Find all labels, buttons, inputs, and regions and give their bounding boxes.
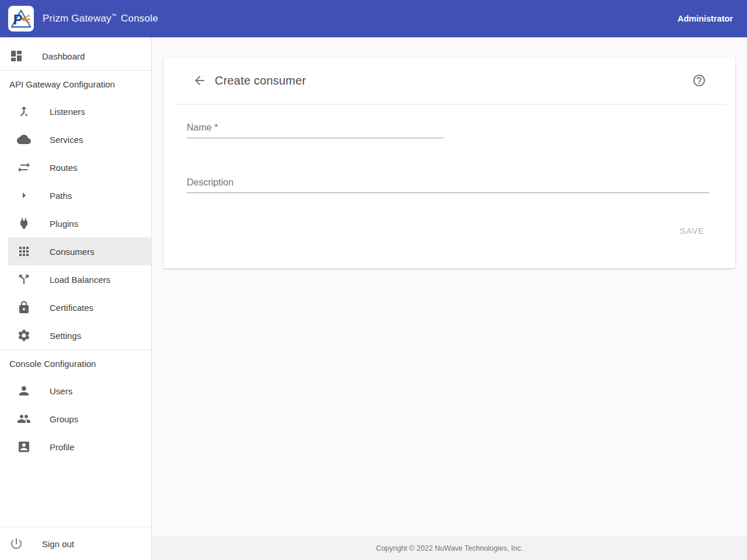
sidebar-item-label: Consumers (50, 247, 95, 257)
page-title: Create consumer (215, 74, 306, 88)
consumer-form (163, 104, 735, 193)
sidebar-item-consumers[interactable]: Consumers (8, 237, 151, 265)
name-input[interactable] (187, 121, 444, 138)
sidebar-item-label: Services (50, 135, 83, 145)
sidebar-item-label: Load Balancers (50, 275, 110, 285)
plug-icon (17, 216, 31, 230)
sidebar: Dashboard API Gateway Configuration List… (0, 37, 152, 560)
power-icon (9, 537, 23, 551)
copyright-text: Copyright © 2022 NuWave Technologies, In… (376, 544, 523, 552)
section-api-gateway-configuration: API Gateway Configuration (0, 71, 151, 97)
sidebar-item-label: Certificates (50, 303, 93, 313)
current-user-menu[interactable]: Administrator (678, 14, 733, 23)
sidebar-item-profile[interactable]: Profile (0, 433, 151, 461)
sidebar-item-services[interactable]: Services (0, 125, 151, 153)
section-console-configuration: Console Configuration (0, 350, 151, 377)
svg-text:P: P (13, 12, 23, 27)
sidebar-item-dashboard[interactable]: Dashboard (0, 42, 151, 70)
person-icon (17, 384, 31, 398)
swap-arrows-icon (17, 160, 31, 174)
back-arrow-icon[interactable] (193, 74, 207, 88)
app-logo: P (8, 6, 34, 32)
sidebar-item-label: Plugins (50, 219, 78, 229)
brand-name: Prizm Gateway (43, 13, 111, 24)
main-content: Create consumer SAVE Copyright © 2022 Nu… (152, 37, 747, 560)
app-header: P Prizm Gateway™Console Administrator (0, 0, 747, 37)
create-consumer-card: Create consumer SAVE (163, 57, 735, 268)
sidebar-item-label: Profile (50, 442, 75, 452)
prizm-logo-icon: P (10, 8, 32, 30)
lock-icon (17, 300, 31, 314)
merge-arrows-icon (17, 104, 31, 118)
help-icon[interactable] (692, 74, 706, 88)
sidebar-item-label: Dashboard (42, 51, 85, 61)
sidebar-item-label: Users (50, 386, 72, 396)
trademark-symbol: ™ (111, 13, 117, 19)
sidebar-item-label: Routes (50, 163, 78, 173)
card-header: Create consumer (163, 57, 735, 104)
description-input[interactable] (187, 176, 709, 193)
call-split-icon (17, 272, 31, 286)
account-box-icon (17, 440, 31, 454)
sidebar-item-label: Paths (50, 191, 72, 201)
cloud-icon (17, 132, 31, 146)
sidebar-item-groups[interactable]: Groups (0, 405, 151, 433)
people-icon (17, 412, 31, 426)
sidebar-item-plugins[interactable]: Plugins (0, 209, 151, 237)
app-title: Prizm Gateway™Console (43, 13, 158, 24)
sidebar-item-label: Listeners (50, 107, 85, 117)
sidebar-item-certificates[interactable]: Certificates (0, 293, 151, 321)
sidebar-item-label: Groups (50, 414, 78, 424)
sidebar-item-routes[interactable]: Routes (0, 153, 151, 181)
arrow-right-icon (17, 188, 31, 202)
apps-grid-icon (17, 244, 31, 258)
sign-out-button[interactable]: Sign out (0, 527, 151, 560)
product-name: Console (121, 13, 158, 24)
gear-icon (17, 328, 31, 342)
sidebar-item-users[interactable]: Users (0, 377, 151, 405)
dashboard-icon (9, 49, 23, 63)
sidebar-item-paths[interactable]: Paths (0, 181, 151, 209)
sidebar-item-label: Settings (50, 331, 81, 341)
sign-out-label: Sign out (42, 539, 74, 549)
sidebar-item-listeners[interactable]: Listeners (0, 97, 151, 125)
footer: Copyright © 2022 NuWave Technologies, In… (152, 537, 747, 560)
sidebar-item-settings[interactable]: Settings (0, 321, 151, 349)
sidebar-item-load-balancers[interactable]: Load Balancers (0, 265, 151, 293)
save-button[interactable]: SAVE (671, 220, 714, 242)
